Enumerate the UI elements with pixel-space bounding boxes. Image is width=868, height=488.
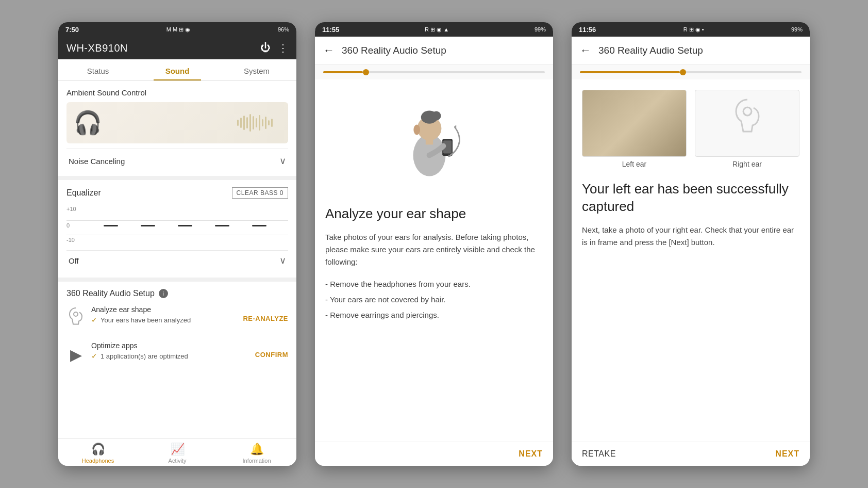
app-header: WH-XB910N ⏻ ⋮ bbox=[58, 37, 296, 59]
eq-bar-4[interactable] bbox=[215, 225, 229, 226]
setup-list-item-2: - Your ears are not covered by hair. bbox=[325, 292, 543, 307]
headphones-nav-label: Headphones bbox=[82, 458, 114, 464]
status-bar-1: 7:50 M M ⊞ ◉ 96% bbox=[58, 22, 296, 37]
check-icon-1: ✓ bbox=[91, 316, 97, 324]
re-analyze-button[interactable]: RE-ANALYZE bbox=[243, 315, 288, 322]
app-title: WH-XB910N bbox=[66, 42, 128, 54]
eq-label-top: +10 bbox=[66, 206, 76, 212]
back-button-2[interactable]: ← bbox=[323, 44, 335, 57]
eq-sliders bbox=[82, 205, 288, 246]
reality-item-2-check-text: 1 application(s) are optimized bbox=[101, 352, 188, 360]
phone-2-panel: 11:55 R ⊞ ◉ ▲ 99% ← 360 Reality Audio Se… bbox=[315, 22, 553, 466]
nav-information[interactable]: 🔔 Information bbox=[217, 443, 296, 464]
status-icons-3: R ⊞ ◉ • bbox=[683, 26, 704, 33]
right-ear-wrapper: Right ear bbox=[695, 90, 799, 168]
progress-fill-3 bbox=[580, 71, 680, 73]
confirm-button[interactable]: CONFIRM bbox=[255, 351, 288, 359]
progress-dot-3 bbox=[680, 69, 686, 75]
nav-activity[interactable]: 📈 Activity bbox=[138, 443, 217, 464]
nav-headphones[interactable]: 🎧 Headphones bbox=[58, 443, 138, 464]
status-time-3: 11:56 bbox=[579, 26, 596, 34]
status-time-2: 11:55 bbox=[322, 26, 339, 34]
eq-mode-dropdown[interactable]: Off ∨ bbox=[66, 250, 288, 270]
eq-grid: +10 0 -10 bbox=[66, 205, 288, 246]
menu-icon[interactable]: ⋮ bbox=[278, 42, 288, 54]
right-ear-outline-icon bbox=[732, 97, 763, 150]
status-time-1: 7:50 bbox=[65, 26, 79, 34]
reality-item-2-title: Optimize apps bbox=[91, 341, 249, 350]
eq-label-mid: 0 bbox=[66, 222, 70, 229]
back-button-3[interactable]: ← bbox=[580, 44, 591, 57]
eq-chevron: ∨ bbox=[279, 255, 286, 266]
power-icon[interactable]: ⏻ bbox=[260, 42, 271, 54]
ear-icon bbox=[66, 305, 85, 331]
setup-title-3: 360 Reality Audio Setup bbox=[598, 45, 703, 56]
eq-header: Equalizer CLEAR BASS 0 bbox=[66, 187, 288, 199]
tabs-row: Status Sound System bbox=[58, 59, 296, 81]
information-nav-icon: 🔔 bbox=[250, 443, 264, 456]
play-icon: ▶ bbox=[66, 341, 85, 367]
captured-title: Your left ear has been successfully capt… bbox=[582, 181, 799, 216]
right-ear-card bbox=[695, 90, 799, 157]
reality-header: 360 Reality Audio Setup i bbox=[66, 289, 288, 298]
progress-bar-row-3 bbox=[572, 65, 810, 79]
setup-footer-3: RETAKE NEXT bbox=[572, 442, 810, 466]
eq-title: Equalizer bbox=[66, 188, 101, 198]
setup-list-item-3: - Remove earrings and piercings. bbox=[325, 307, 543, 323]
reality-item-1-check: ✓ Your ears have been analyzed bbox=[91, 316, 237, 324]
bottom-nav: 🎧 Headphones 📈 Activity 🔔 Information bbox=[58, 438, 296, 466]
progress-bar-row-2 bbox=[315, 65, 553, 79]
eq-bar-5[interactable] bbox=[252, 225, 266, 226]
reality-item-1-check-text: Your ears have been analyzed bbox=[101, 316, 191, 324]
eq-label-bot: -10 bbox=[66, 237, 75, 243]
sound-wave bbox=[237, 114, 273, 132]
svg-rect-5 bbox=[426, 138, 433, 145]
svg-point-4 bbox=[432, 111, 441, 121]
left-ear-wrapper: Left ear bbox=[582, 90, 687, 168]
eq-mode-label: Off bbox=[69, 256, 79, 265]
battery-3: 99% bbox=[791, 26, 803, 32]
svg-point-0 bbox=[74, 312, 78, 316]
noise-canceling-label: Noise Canceling bbox=[69, 157, 125, 166]
ambient-title: Ambient Sound Control bbox=[66, 88, 288, 97]
info-icon[interactable]: i bbox=[159, 289, 168, 298]
setup-list-2: - Remove the headphones from your ears. … bbox=[325, 276, 543, 323]
status-bar-3: 11:56 R ⊞ ◉ • 99% bbox=[572, 22, 810, 37]
next-button-2[interactable]: NEXT bbox=[519, 449, 543, 459]
noise-canceling-dropdown[interactable]: Noise Canceling ∨ bbox=[66, 149, 288, 169]
retake-button[interactable]: RETAKE bbox=[582, 449, 616, 459]
reality-section: 360 Reality Audio Setup i Analyze ear sh… bbox=[58, 282, 296, 385]
setup-body-2: Analyze your ear shape Take photos of yo… bbox=[315, 79, 553, 442]
reality-item-1-title: Analyze ear shape bbox=[91, 305, 237, 314]
tab-sound[interactable]: Sound bbox=[138, 59, 217, 80]
headphone-visual-icon: 🎧 bbox=[74, 109, 102, 136]
left-ear-photo bbox=[582, 90, 686, 156]
setup-header-2: ← 360 Reality Audio Setup bbox=[315, 37, 553, 65]
ambient-visual: 🎧 bbox=[66, 102, 288, 143]
next-button-3[interactable]: NEXT bbox=[775, 449, 799, 459]
dropdown-chevron: ∨ bbox=[279, 155, 286, 167]
status-bar-2: 11:55 R ⊞ ◉ ▲ 99% bbox=[315, 22, 553, 37]
setup-header-3: ← 360 Reality Audio Setup bbox=[572, 37, 810, 65]
reality-item-analyze: Analyze ear shape ✓ Your ears have been … bbox=[66, 305, 288, 331]
setup-title-2: 360 Reality Audio Setup bbox=[342, 45, 446, 56]
tab-status[interactable]: Status bbox=[58, 59, 138, 80]
check-icon-2: ✓ bbox=[91, 352, 97, 360]
eq-bar-2[interactable] bbox=[141, 225, 155, 226]
phone-1-panel: 7:50 M M ⊞ ◉ 96% WH-XB910N ⏻ ⋮ Status So… bbox=[58, 22, 296, 466]
tab-system[interactable]: System bbox=[217, 59, 296, 80]
setup-footer-2: NEXT bbox=[315, 442, 553, 466]
progress-fill-2 bbox=[323, 71, 363, 73]
ear-illustration bbox=[382, 90, 486, 193]
progress-dot-2 bbox=[363, 69, 369, 75]
setup-list-item-1: - Remove the headphones from your ears. bbox=[325, 276, 543, 292]
status-icons-2: R ⊞ ◉ ▲ bbox=[425, 26, 449, 33]
eq-bar-1[interactable] bbox=[104, 225, 118, 226]
eq-bar-3[interactable] bbox=[178, 225, 192, 226]
setup-body-3: Left ear Right ear Your left ear has bee… bbox=[572, 79, 810, 442]
clear-bass-badge[interactable]: CLEAR BASS 0 bbox=[232, 187, 288, 199]
progress-track-3 bbox=[580, 71, 802, 73]
activity-nav-icon: 📈 bbox=[171, 443, 185, 456]
right-ear-label: Right ear bbox=[695, 160, 799, 168]
header-icons: ⏻ ⋮ bbox=[260, 42, 288, 54]
